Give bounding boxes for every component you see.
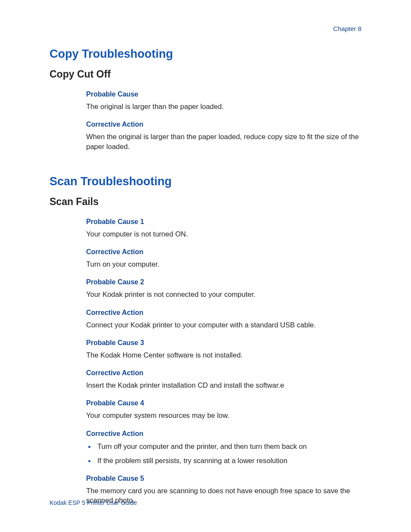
corrective-action-heading: Corrective Action: [86, 121, 364, 128]
copy-content-block: Probable Cause The original is larger th…: [86, 90, 364, 151]
probable-cause-text: The original is larger than the paper lo…: [86, 102, 364, 111]
probable-cause-2-heading: Probable Cause 2: [86, 278, 364, 286]
corrective-action-1-text: Turn on your computer.: [86, 259, 364, 269]
probable-cause-5-heading: Probable Cause 5: [86, 475, 364, 482]
subsection-heading-scan-fails: Scan Fails: [50, 196, 364, 208]
document-page: Chapter 8 Copy Troubleshooting Copy Cut …: [0, 0, 411, 532]
corrective-action-2-heading: Corrective Action: [86, 309, 364, 317]
probable-cause-1-heading: Probable Cause 1: [86, 218, 364, 226]
probable-cause-3-heading: Probable Cause 3: [86, 339, 364, 347]
list-item: Turn off your computer and the printer, …: [96, 441, 364, 451]
subsection-heading-copy-cut-off: Copy Cut Off: [50, 68, 364, 80]
scan-content-block: Probable Cause 1 Your computer is not tu…: [86, 218, 364, 505]
probable-cause-1-text: Your computer is not turned ON.: [86, 229, 364, 239]
probable-cause-2-text: Your Kodak printer is not connected to y…: [86, 289, 364, 299]
list-item: If the problem still persists, try scann…: [96, 455, 364, 465]
corrective-action-4-list: Turn off your computer and the printer, …: [86, 441, 364, 466]
footer-text: Kodak ESP 5 Printer User Guide: [50, 499, 137, 506]
chapter-label: Chapter 8: [333, 25, 361, 32]
section-heading-scan: Scan Troubleshooting: [50, 175, 364, 188]
corrective-action-2-text: Connect your Kodak printer to your compu…: [86, 320, 364, 330]
probable-cause-4-text: Your computer system resources may be lo…: [86, 411, 364, 420]
corrective-action-3-text: Insert the Kodak printer installation CD…: [86, 380, 364, 390]
corrective-action-3-heading: Corrective Action: [86, 369, 364, 377]
corrective-action-1-heading: Corrective Action: [86, 248, 364, 256]
corrective-action-text: When the original is larger than the pap…: [86, 132, 364, 151]
probable-cause-3-text: The Kodak Home Center software is not in…: [86, 350, 364, 360]
corrective-action-4-heading: Corrective Action: [86, 430, 364, 438]
probable-cause-4-heading: Probable Cause 4: [86, 399, 364, 407]
section-heading-copy: Copy Troubleshooting: [50, 47, 364, 61]
probable-cause-heading: Probable Cause: [86, 90, 364, 98]
